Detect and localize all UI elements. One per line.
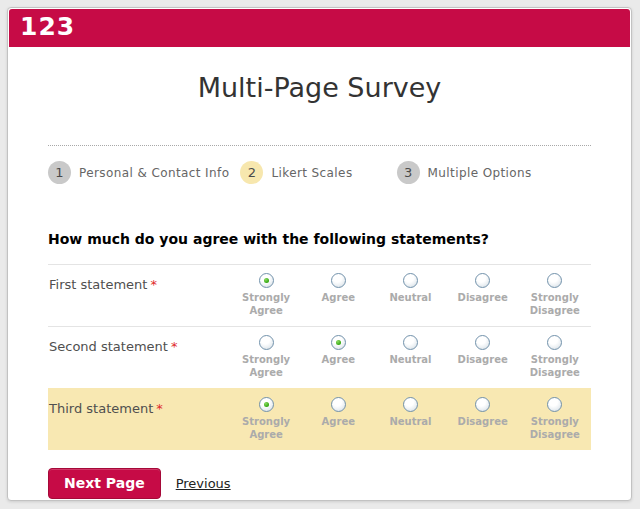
radio-disagree[interactable] (475, 397, 490, 412)
option-agree[interactable]: Agree (302, 397, 374, 441)
option-agree[interactable]: Agree (302, 273, 374, 317)
option-disagree[interactable]: Disagree (447, 273, 519, 317)
radio-strongly-agree[interactable] (259, 397, 274, 412)
statement-label: Second statement* (48, 335, 230, 379)
header-bar: 123 (9, 9, 630, 47)
option-label: Neutral (389, 291, 431, 304)
radio-strongly-agree[interactable] (259, 335, 274, 350)
option-label: Agree (322, 415, 355, 428)
statement-text: First statement (49, 277, 147, 292)
statement-label: Third statement* (48, 397, 230, 441)
likert-table: First statement* Strongly Agree Agree (48, 264, 591, 450)
form-container: 123 Multi-Page Survey 1 Personal & Conta… (7, 7, 632, 501)
page-title: Multi-Page Survey (48, 72, 591, 103)
option-strongly-agree[interactable]: Strongly Agree (230, 397, 302, 441)
likert-row-first-statement: First statement* Strongly Agree Agree (48, 264, 591, 326)
radio-strongly-disagree[interactable] (547, 335, 562, 350)
radio-agree[interactable] (331, 273, 346, 288)
step-1-personal-contact-info[interactable]: 1 Personal & Contact Info (48, 161, 229, 184)
step-1-label: Personal & Contact Info (79, 166, 229, 180)
option-label: Strongly Agree (234, 353, 298, 379)
step-2-number-badge: 2 (240, 161, 263, 184)
brand-logo-123: 123 (20, 14, 75, 42)
option-label: Agree (322, 353, 355, 366)
page-background: 123 Multi-Page Survey 1 Personal & Conta… (0, 0, 640, 509)
question-heading: How much do you agree with the following… (48, 231, 591, 247)
option-neutral[interactable]: Neutral (374, 397, 446, 441)
radio-agree[interactable] (331, 335, 346, 350)
option-strongly-disagree[interactable]: Strongly Disagree (519, 335, 591, 379)
option-strongly-disagree[interactable]: Strongly Disagree (519, 273, 591, 317)
radio-neutral[interactable] (403, 335, 418, 350)
radio-strongly-agree[interactable] (259, 273, 274, 288)
option-label: Disagree (458, 291, 508, 304)
option-disagree[interactable]: Disagree (447, 335, 519, 379)
option-label: Disagree (458, 353, 508, 366)
option-agree[interactable]: Agree (302, 335, 374, 379)
option-neutral[interactable]: Neutral (374, 273, 446, 317)
radio-agree[interactable] (331, 397, 346, 412)
step-3-number-badge: 3 (397, 161, 420, 184)
step-3-label: Multiple Options (428, 166, 532, 180)
option-label: Strongly Disagree (523, 415, 587, 441)
radio-neutral[interactable] (403, 397, 418, 412)
option-label: Disagree (458, 415, 508, 428)
option-label: Strongly Agree (234, 415, 298, 441)
step-1-number-badge: 1 (48, 161, 71, 184)
option-label: Neutral (389, 415, 431, 428)
required-asterisk: * (171, 339, 178, 354)
likert-row-second-statement: Second statement* Strongly Agree Agree (48, 326, 591, 388)
required-asterisk: * (150, 277, 157, 292)
likert-options: Strongly Agree Agree Neutral Disagr (230, 273, 591, 317)
form-content: Multi-Page Survey 1 Personal & Contact I… (8, 72, 631, 499)
radio-disagree[interactable] (475, 335, 490, 350)
option-strongly-agree[interactable]: Strongly Agree (230, 273, 302, 317)
option-neutral[interactable]: Neutral (374, 335, 446, 379)
option-strongly-agree[interactable]: Strongly Agree (230, 335, 302, 379)
required-asterisk: * (156, 401, 163, 416)
option-label: Agree (322, 291, 355, 304)
statement-text: Third statement (49, 401, 153, 416)
likert-options: Strongly Agree Agree Neutral Disagr (230, 397, 591, 441)
option-label: Strongly Disagree (523, 353, 587, 379)
likert-row-third-statement: Third statement* Strongly Agree Agree (48, 388, 591, 450)
option-label: Strongly Agree (234, 291, 298, 317)
radio-neutral[interactable] (403, 273, 418, 288)
radio-disagree[interactable] (475, 273, 490, 288)
previous-link[interactable]: Previous (176, 476, 231, 491)
progress-steps: 1 Personal & Contact Info 2 Likert Scale… (48, 161, 591, 184)
radio-strongly-disagree[interactable] (547, 273, 562, 288)
option-label: Strongly Disagree (523, 291, 587, 317)
likert-options: Strongly Agree Agree Neutral Disagr (230, 335, 591, 379)
step-3-multiple-options[interactable]: 3 Multiple Options (397, 161, 532, 184)
next-page-button[interactable]: Next Page (48, 468, 161, 499)
dotted-separator (48, 145, 591, 146)
statement-text: Second statement (49, 339, 168, 354)
statement-label: First statement* (48, 273, 230, 317)
option-disagree[interactable]: Disagree (447, 397, 519, 441)
form-navigation: Next Page Previous (48, 468, 591, 499)
radio-strongly-disagree[interactable] (547, 397, 562, 412)
option-strongly-disagree[interactable]: Strongly Disagree (519, 397, 591, 441)
option-label: Neutral (389, 353, 431, 366)
step-2-label: Likert Scales (271, 166, 352, 180)
step-2-likert-scales[interactable]: 2 Likert Scales (240, 161, 352, 184)
